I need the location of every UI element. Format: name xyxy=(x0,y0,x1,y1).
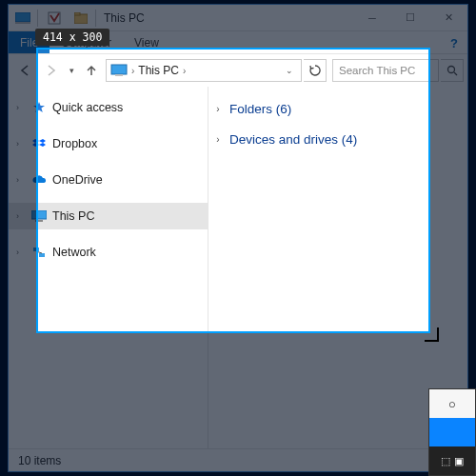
dim-overlay xyxy=(430,48,476,333)
toolbar-row[interactable]: ○ xyxy=(429,389,475,418)
snip-toolbar: ○ ⬚ ▣ xyxy=(428,388,476,476)
capture-region[interactable] xyxy=(36,48,430,333)
dim-overlay xyxy=(0,333,476,476)
capture-dimensions-label: 414 x 300 xyxy=(35,29,109,46)
resize-handle-br[interactable] xyxy=(423,326,440,343)
toolbar-row-selected[interactable] xyxy=(429,418,475,446)
toolbar-row-dark[interactable]: ⬚ ▣ xyxy=(429,446,475,475)
dim-overlay xyxy=(0,48,36,333)
